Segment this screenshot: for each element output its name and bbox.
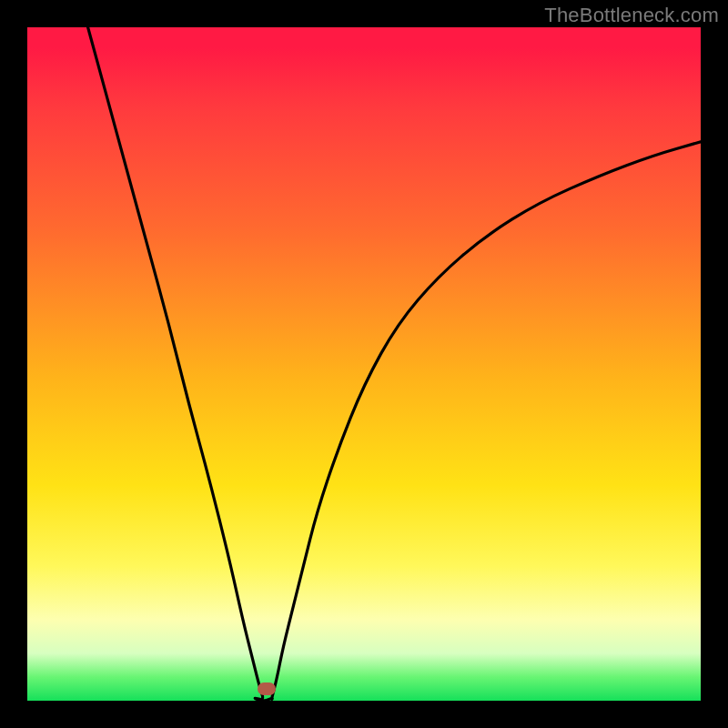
chart-frame: TheBottleneck.com [0,0,728,728]
watermark-text: TheBottleneck.com [544,4,719,27]
plot-area [27,27,701,701]
curve-svg [27,27,701,701]
bottleneck-curve [88,27,701,701]
optimal-marker [258,682,276,695]
